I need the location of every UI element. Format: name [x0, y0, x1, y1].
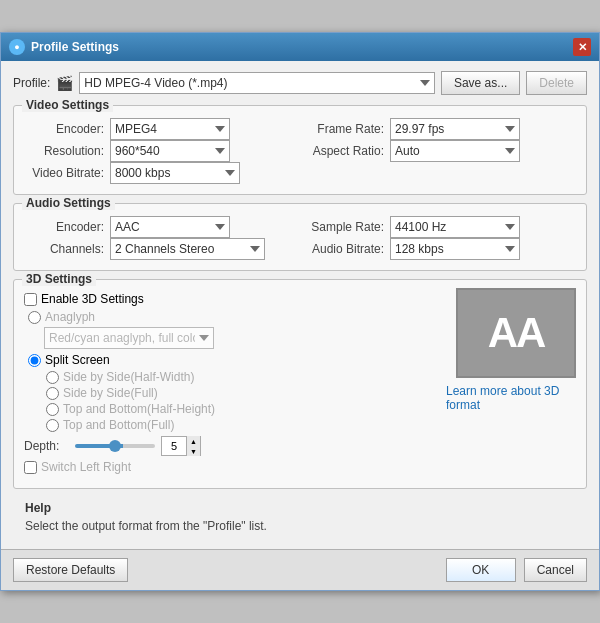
aspect-ratio-field: Aspect Ratio: Auto — [304, 140, 576, 162]
enable-3d-checkbox[interactable] — [24, 293, 37, 306]
split-screen-radio[interactable] — [28, 354, 41, 367]
video-bitrate-label: Video Bitrate: — [24, 166, 104, 180]
3d-preview-box: AA — [456, 288, 576, 378]
frame-rate-field: Frame Rate: 29.97 fps — [304, 118, 576, 140]
depth-slider[interactable] — [75, 444, 155, 448]
sample-rate-field: Sample Rate: 44100 Hz — [304, 216, 576, 238]
save-as-button[interactable]: Save as... — [441, 71, 520, 95]
top-bottom-full-radio[interactable] — [46, 419, 59, 432]
side-by-side-half-radio[interactable] — [46, 371, 59, 384]
3d-settings-right: AA Learn more about 3D format — [446, 288, 576, 478]
help-text: Select the output format from the "Profi… — [25, 519, 577, 533]
depth-label: Depth: — [24, 439, 69, 453]
frame-rate-label: Frame Rate: — [304, 122, 384, 136]
audio-bitrate-field: Audio Bitrate: 128 kbps — [304, 238, 576, 260]
audio-encoder-label: Encoder: — [24, 220, 104, 234]
switch-left-right-checkbox[interactable] — [24, 461, 37, 474]
close-button[interactable]: ✕ — [573, 38, 591, 56]
top-bottom-full-row: Top and Bottom(Full) — [24, 418, 436, 432]
side-by-side-full-label: Side by Side(Full) — [63, 386, 158, 400]
profile-row: Profile: 🎬 HD MPEG-4 Video (*.mp4) Save … — [13, 71, 587, 95]
profile-label: Profile: — [13, 76, 50, 90]
audio-row-2: Channels: 2 Channels Stereo Audio Bitrat… — [24, 238, 576, 260]
audio-settings-title: Audio Settings — [22, 196, 115, 210]
help-title: Help — [25, 501, 577, 515]
switch-left-right-label: Switch Left Right — [41, 460, 131, 474]
split-screen-label: Split Screen — [45, 353, 110, 367]
anaglyph-row: Anaglyph — [24, 310, 436, 324]
resolution-select[interactable]: 960*540 — [110, 140, 230, 162]
video-bitrate-field: Video Bitrate: 8000 kbps — [24, 162, 296, 184]
top-bottom-half-radio[interactable] — [46, 403, 59, 416]
channels-select[interactable]: 2 Channels Stereo — [110, 238, 265, 260]
encoder-select[interactable]: MPEG4 — [110, 118, 230, 140]
video-row-1: Encoder: MPEG4 Frame Rate: 29.97 fps — [24, 118, 576, 140]
window-title: Profile Settings — [31, 40, 119, 54]
app-icon: ● — [9, 39, 25, 55]
aspect-ratio-label: Aspect Ratio: — [304, 144, 384, 158]
profile-settings-window: ● Profile Settings ✕ Profile: 🎬 HD MPEG-… — [0, 32, 600, 591]
window-body: Profile: 🎬 HD MPEG-4 Video (*.mp4) Save … — [1, 61, 599, 549]
audio-encoder-field: Encoder: AAC — [24, 216, 296, 238]
split-screen-row: Split Screen — [24, 353, 436, 367]
profile-select[interactable]: HD MPEG-4 Video (*.mp4) — [79, 72, 435, 94]
video-row-2: Resolution: 960*540 Aspect Ratio: Auto — [24, 140, 576, 162]
video-bitrate-select[interactable]: 8000 kbps — [110, 162, 240, 184]
resolution-field: Resolution: 960*540 — [24, 140, 296, 162]
ok-button[interactable]: OK — [446, 558, 516, 582]
depth-row: Depth: ▲ ▼ — [24, 436, 436, 456]
channels-field: Channels: 2 Channels Stereo — [24, 238, 296, 260]
encoder-field: Encoder: MPEG4 — [24, 118, 296, 140]
top-bottom-half-label: Top and Bottom(Half-Height) — [63, 402, 215, 416]
spinner-down-button[interactable]: ▼ — [186, 446, 200, 456]
side-by-side-full-row: Side by Side(Full) — [24, 386, 436, 400]
learn-more-link[interactable]: Learn more about 3D format — [446, 384, 576, 412]
empty-field — [304, 162, 576, 184]
enable-3d-row: Enable 3D Settings — [24, 292, 436, 306]
title-bar: ● Profile Settings ✕ — [1, 33, 599, 61]
film-icon: 🎬 — [56, 75, 73, 91]
3d-settings-section: 3D Settings Enable 3D Settings Anaglyph … — [13, 279, 587, 489]
side-by-side-half-row: Side by Side(Half-Width) — [24, 370, 436, 384]
help-section: Help Select the output format from the "… — [13, 497, 587, 541]
anaglyph-label: Anaglyph — [45, 310, 95, 324]
switch-left-right-row: Switch Left Right — [24, 460, 436, 474]
depth-spinner: ▲ ▼ — [161, 436, 201, 456]
video-settings-title: Video Settings — [22, 98, 113, 112]
audio-bitrate-select[interactable]: 128 kbps — [390, 238, 520, 260]
sample-rate-label: Sample Rate: — [304, 220, 384, 234]
preview-aa-text: AA — [488, 309, 545, 357]
3d-settings-title: 3D Settings — [22, 272, 96, 286]
audio-settings-content: Encoder: AAC Sample Rate: 44100 Hz — [24, 216, 576, 260]
sample-rate-select[interactable]: 44100 Hz — [390, 216, 520, 238]
audio-row-1: Encoder: AAC Sample Rate: 44100 Hz — [24, 216, 576, 238]
video-settings-content: Encoder: MPEG4 Frame Rate: 29.97 fps — [24, 118, 576, 184]
top-bottom-half-row: Top and Bottom(Half-Height) — [24, 402, 436, 416]
delete-button[interactable]: Delete — [526, 71, 587, 95]
video-row-3: Video Bitrate: 8000 kbps — [24, 162, 576, 184]
spinner-buttons: ▲ ▼ — [186, 436, 200, 456]
top-bottom-full-label: Top and Bottom(Full) — [63, 418, 174, 432]
aspect-ratio-select[interactable]: Auto — [390, 140, 520, 162]
footer-right-buttons: OK Cancel — [446, 558, 587, 582]
title-bar-left: ● Profile Settings — [9, 39, 119, 55]
audio-bitrate-label: Audio Bitrate: — [304, 242, 384, 256]
cancel-button[interactable]: Cancel — [524, 558, 587, 582]
audio-settings-section: Audio Settings Encoder: AAC Sample Rate:… — [13, 203, 587, 271]
enable-3d-label: Enable 3D Settings — [41, 292, 144, 306]
anaglyph-radio[interactable] — [28, 311, 41, 324]
depth-value-input[interactable] — [162, 440, 186, 452]
channels-label: Channels: — [24, 242, 104, 256]
side-by-side-full-radio[interactable] — [46, 387, 59, 400]
resolution-label: Resolution: — [24, 144, 104, 158]
audio-encoder-select[interactable]: AAC — [110, 216, 230, 238]
video-settings-section: Video Settings Encoder: MPEG4 Frame Rate… — [13, 105, 587, 195]
spinner-up-button[interactable]: ▲ — [186, 436, 200, 446]
restore-defaults-button[interactable]: Restore Defaults — [13, 558, 128, 582]
frame-rate-select[interactable]: 29.97 fps — [390, 118, 520, 140]
encoder-label: Encoder: — [24, 122, 104, 136]
3d-settings-left: Enable 3D Settings Anaglyph Red/cyan ana… — [24, 288, 436, 478]
anaglyph-type-select[interactable]: Red/cyan anaglyph, full color — [44, 327, 214, 349]
window-footer: Restore Defaults OK Cancel — [1, 549, 599, 590]
side-by-side-half-label: Side by Side(Half-Width) — [63, 370, 194, 384]
